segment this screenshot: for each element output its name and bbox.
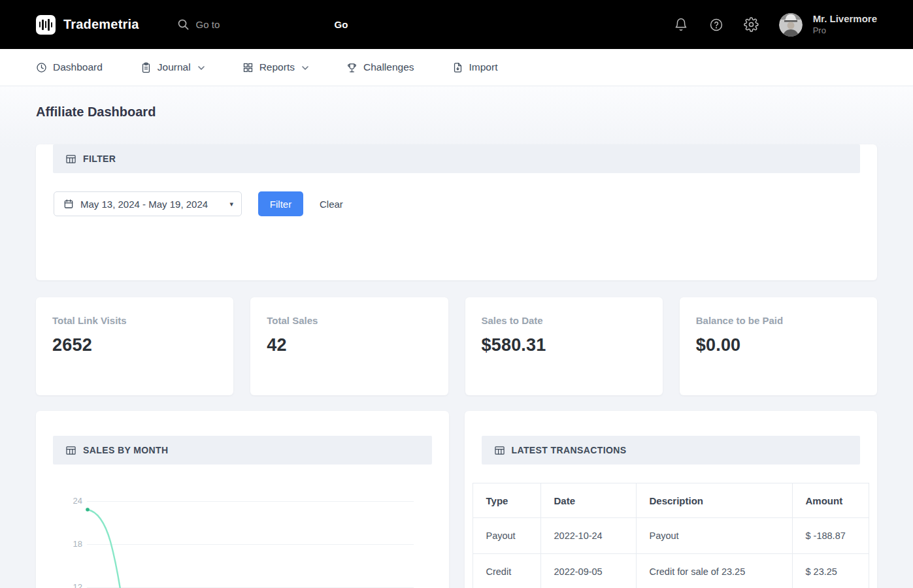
table-row: Credit 2022-09-05 Credit for sale of 23.…: [473, 554, 869, 588]
chevron-down-icon: [302, 66, 308, 70]
settings-gear-icon[interactable]: [744, 17, 759, 33]
menu-item-challenges[interactable]: Challenges: [346, 61, 414, 73]
chevron-down-icon: [198, 66, 205, 70]
transactions-header: LATEST TRANSACTIONS: [482, 436, 861, 465]
sales-line-svg: [36, 465, 449, 588]
stat-label: Sales to Date: [482, 315, 646, 326]
filter-header-label: FILTER: [83, 154, 116, 164]
user-menu[interactable]: Mr. Livermore Pro: [813, 13, 877, 36]
cell-description: Credit for sale of 23.25: [636, 554, 792, 588]
sales-line-dot: [86, 508, 90, 512]
table-icon: [66, 154, 76, 164]
menu-label: Import: [469, 61, 498, 73]
menu-label: Dashboard: [53, 61, 103, 73]
filter-controls: May 13, 2024 - May 19, 2024 ▾ Filter Cle…: [54, 191, 877, 216]
notifications-bell-icon[interactable]: [673, 17, 689, 33]
user-avatar[interactable]: [779, 13, 803, 37]
stat-value: $580.31: [482, 335, 646, 355]
stat-card-total-link-visits: Total Link Visits 2652: [36, 297, 233, 395]
column-header-amount: Amount: [792, 483, 869, 518]
menu-label: Reports: [259, 61, 295, 73]
search-input[interactable]: [196, 19, 320, 30]
trophy-icon: [346, 62, 357, 73]
clear-button[interactable]: Clear: [320, 199, 343, 210]
stat-value: 42: [267, 335, 431, 355]
user-plan-badge: Pro: [813, 25, 877, 36]
column-header-type: Type: [473, 483, 540, 518]
navbar-right: Mr. Livermore Pro: [673, 13, 877, 37]
main-menu: Dashboard Journal Reports Challenges Imp…: [0, 49, 913, 86]
stat-card-balance-to-be-paid: Balance to be Paid $0.00: [680, 297, 877, 395]
date-range-value: May 13, 2024 - May 19, 2024: [80, 199, 208, 210]
filter-card: FILTER May 13, 2024 - May 19, 2024 ▾ Fil…: [36, 144, 877, 280]
stat-label: Total Sales: [267, 315, 431, 326]
table-header-row: Type Date Description Amount: [473, 483, 869, 518]
menu-item-import[interactable]: Import: [452, 61, 498, 73]
stat-value: 2652: [52, 335, 217, 355]
stat-value: $0.00: [696, 335, 861, 355]
stat-label: Balance to be Paid: [696, 315, 861, 326]
column-header-date: Date: [540, 483, 636, 518]
filter-header: FILTER: [53, 144, 860, 173]
table-icon: [495, 446, 505, 455]
sales-chart-header: SALES BY MONTH: [53, 436, 432, 465]
stats-row: Total Link Visits 2652 Total Sales 42 Sa…: [36, 297, 877, 395]
bottom-row: SALES BY MONTH 24 18 12 Sales: [36, 411, 877, 588]
cell-date: 2022-09-05: [540, 554, 636, 588]
table-row: Payout 2022-10-24 Payout $ -188.87: [473, 518, 869, 554]
file-import-icon: [452, 62, 463, 73]
menu-label: Challenges: [363, 61, 414, 73]
calendar-icon: [63, 199, 74, 209]
help-icon[interactable]: [708, 17, 724, 33]
search-icon: [177, 18, 190, 31]
top-navbar: Trademetria Go: [0, 0, 913, 49]
stat-label: Total Link Visits: [52, 315, 217, 326]
transactions-header-label: LATEST TRANSACTIONS: [512, 445, 627, 455]
menu-item-journal[interactable]: Journal: [141, 61, 205, 73]
brand-name: Trademetria: [63, 17, 139, 32]
global-search: Go: [177, 18, 348, 31]
dashboard-gauge-icon: [36, 62, 47, 73]
sales-by-month-card: SALES BY MONTH 24 18 12 Sales: [36, 411, 449, 588]
trademetria-logo-icon: [36, 15, 56, 35]
page-title: Affiliate Dashboard: [36, 86, 877, 120]
cell-type: Payout: [473, 518, 540, 554]
journal-clipboard-icon: [141, 62, 152, 73]
caret-down-icon: ▾: [229, 200, 233, 208]
sales-chart-title: SALES BY MONTH: [83, 445, 169, 455]
sales-line: [88, 510, 122, 588]
sales-line-chart: 24 18 12 Sales: [36, 465, 449, 588]
go-button[interactable]: Go: [335, 19, 348, 30]
stat-card-total-sales: Total Sales 42: [250, 297, 448, 395]
reports-grid-icon: [242, 62, 254, 73]
latest-transactions-card: LATEST TRANSACTIONS Type Date Descriptio…: [465, 411, 878, 588]
cell-date: 2022-10-24: [540, 518, 636, 554]
cell-amount: $ -188.87: [792, 518, 869, 554]
stat-card-sales-to-date: Sales to Date $580.31: [465, 297, 663, 395]
user-name: Mr. Livermore: [813, 13, 877, 25]
main-content: Affiliate Dashboard FILTER May 13, 2024 …: [0, 86, 913, 588]
column-header-description: Description: [636, 483, 792, 518]
table-icon: [66, 446, 76, 455]
brand[interactable]: Trademetria: [36, 15, 139, 35]
transactions-table: Type Date Description Amount Payout 2022…: [473, 483, 869, 588]
cell-description: Payout: [636, 518, 792, 554]
transactions-body: Payout 2022-10-24 Payout $ -188.87 Credi…: [473, 518, 869, 588]
cell-amount: $ 23.25: [792, 554, 869, 588]
cell-type: Credit: [473, 554, 540, 588]
date-range-picker[interactable]: May 13, 2024 - May 19, 2024 ▾: [54, 191, 242, 216]
menu-label: Journal: [158, 61, 191, 73]
menu-item-dashboard[interactable]: Dashboard: [36, 61, 103, 73]
menu-item-reports[interactable]: Reports: [242, 61, 308, 73]
filter-button[interactable]: Filter: [258, 191, 303, 216]
